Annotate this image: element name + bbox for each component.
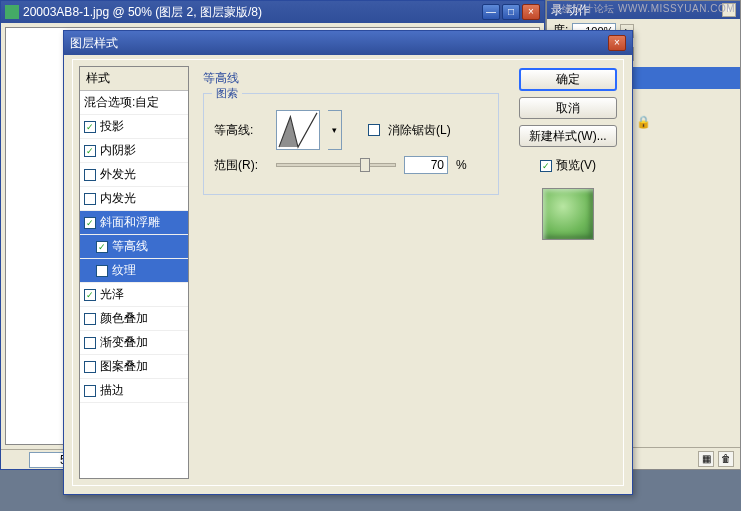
new-layer-icon[interactable]: ▦ xyxy=(698,451,714,467)
style-checkbox[interactable] xyxy=(84,385,96,397)
style-label: 颜色叠加 xyxy=(100,310,148,327)
style-label: 纹理 xyxy=(112,262,136,279)
style-label: 斜面和浮雕 xyxy=(100,214,160,231)
range-input[interactable]: 70 xyxy=(404,156,448,174)
antialias-label: 消除锯齿(L) xyxy=(388,122,451,139)
minimize-button[interactable]: — xyxy=(482,4,500,20)
trash-icon[interactable]: 🗑 xyxy=(718,451,734,467)
dialog-titlebar[interactable]: 图层样式 × xyxy=(64,31,632,55)
group-legend: 图索 xyxy=(212,86,242,101)
style-checkbox[interactable] xyxy=(84,145,96,157)
preview-checkbox[interactable] xyxy=(540,160,552,172)
document-title: 20003AB8-1.jpg @ 50% (图层 2, 图层蒙版/8) xyxy=(23,4,482,21)
style-checkbox[interactable] xyxy=(84,193,96,205)
style-checkbox[interactable] xyxy=(84,121,96,133)
range-unit: % xyxy=(456,158,467,172)
styles-list: 样式 混合选项:自定 投影内阴影外发光内发光斜面和浮雕等高线纹理光泽颜色叠加渐变… xyxy=(79,66,189,479)
style-item-投影[interactable]: 投影 xyxy=(80,115,188,139)
preview-label: 预览(V) xyxy=(556,157,596,174)
section-title: 等高线 xyxy=(203,70,499,87)
document-titlebar[interactable]: 20003AB8-1.jpg @ 50% (图层 2, 图层蒙版/8) — □ … xyxy=(1,1,544,23)
style-label: 图案叠加 xyxy=(100,358,148,375)
contour-picker[interactable] xyxy=(276,110,320,150)
style-label: 内发光 xyxy=(100,190,136,207)
style-checkbox[interactable] xyxy=(84,289,96,301)
elements-group: 图索 等高线: ▾ 消除锯齿(L) 范围(R): 70 xyxy=(203,93,499,195)
style-label: 光泽 xyxy=(100,286,124,303)
layer-style-dialog: 图层样式 × 样式 混合选项:自定 投影内阴影外发光内发光斜面和浮雕等高线纹理光… xyxy=(63,30,633,495)
style-item-等高线[interactable]: 等高线 xyxy=(80,235,188,259)
style-item-图案叠加[interactable]: 图案叠加 xyxy=(80,355,188,379)
contour-settings-panel: 等高线 图索 等高线: ▾ 消除锯齿(L) 范围(R): xyxy=(189,60,513,485)
style-label: 等高线 xyxy=(112,238,148,255)
style-item-光泽[interactable]: 光泽 xyxy=(80,283,188,307)
style-item-内发光[interactable]: 内发光 xyxy=(80,187,188,211)
style-label: 渐变叠加 xyxy=(100,334,148,351)
style-label: 内阴影 xyxy=(100,142,136,159)
style-checkbox[interactable] xyxy=(84,337,96,349)
cancel-button[interactable]: 取消 xyxy=(519,97,617,119)
contour-label: 等高线: xyxy=(214,122,268,139)
style-item-斜面和浮雕[interactable]: 斜面和浮雕 xyxy=(80,211,188,235)
new-style-button[interactable]: 新建样式(W)... xyxy=(519,125,617,147)
watermark-text: 思缘设计论坛 WWW.MISSYUAN.COM xyxy=(552,2,735,16)
style-item-颜色叠加[interactable]: 颜色叠加 xyxy=(80,307,188,331)
style-label: 外发光 xyxy=(100,166,136,183)
preview-swatch xyxy=(542,188,594,240)
range-label: 范围(R): xyxy=(214,157,268,174)
style-checkbox[interactable] xyxy=(84,361,96,373)
dialog-buttons: 确定 取消 新建样式(W)... 预览(V) xyxy=(513,60,623,485)
contour-dropdown-icon[interactable]: ▾ xyxy=(328,110,342,150)
style-checkbox[interactable] xyxy=(84,217,96,229)
app-icon xyxy=(5,5,19,19)
blend-options-header[interactable]: 混合选项:自定 xyxy=(80,91,188,115)
style-item-外发光[interactable]: 外发光 xyxy=(80,163,188,187)
range-slider[interactable] xyxy=(276,163,396,167)
close-button[interactable]: × xyxy=(522,4,540,20)
style-checkbox[interactable] xyxy=(84,169,96,181)
style-item-描边[interactable]: 描边 xyxy=(80,379,188,403)
style-label: 描边 xyxy=(100,382,124,399)
style-checkbox[interactable] xyxy=(96,265,108,277)
style-item-渐变叠加[interactable]: 渐变叠加 xyxy=(80,331,188,355)
style-checkbox[interactable] xyxy=(96,241,108,253)
dialog-close-button[interactable]: × xyxy=(608,35,626,51)
ok-button[interactable]: 确定 xyxy=(519,68,617,91)
style-checkbox[interactable] xyxy=(84,313,96,325)
style-label: 投影 xyxy=(100,118,124,135)
antialias-checkbox[interactable] xyxy=(368,124,380,136)
maximize-button[interactable]: □ xyxy=(502,4,520,20)
styles-header[interactable]: 样式 xyxy=(80,67,188,91)
dialog-title: 图层样式 xyxy=(70,35,608,52)
style-item-内阴影[interactable]: 内阴影 xyxy=(80,139,188,163)
style-item-纹理[interactable]: 纹理 xyxy=(80,259,188,283)
